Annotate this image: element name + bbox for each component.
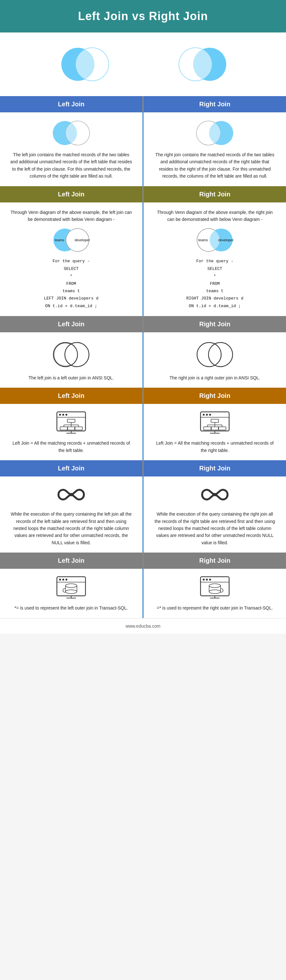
svg-point-67 (59, 579, 61, 581)
right-text-transact: =* is used to represent the right outer … (156, 605, 273, 611)
right-col-venn: Through Venn diagram of the above exampl… (144, 202, 286, 317)
developer-label-left: developer (75, 238, 90, 242)
small-left-venn (47, 119, 95, 147)
footer: www.educba.com (0, 618, 286, 634)
right-header-venn: Right Join (144, 186, 286, 202)
left-db-icon (55, 410, 87, 436)
left-col-transact: *= is used to represent the left outer j… (0, 569, 142, 618)
right-text-outer: The right join is a right outer join in … (169, 374, 260, 381)
svg-rect-77 (201, 577, 229, 596)
right-col-matching: Left Join = All the matching records + u… (144, 404, 286, 460)
section-execution-content: While the execution of the query contain… (0, 476, 286, 552)
left-header-description: Left Join (0, 96, 142, 112)
section-transact: Left Join Right Join *= is (0, 552, 286, 618)
teams-label-right: teams (198, 238, 208, 242)
svg-point-31 (59, 414, 61, 416)
svg-point-27 (54, 343, 77, 366)
teams-label-left: teams (55, 238, 64, 242)
section-description: Left Join Right Join The left join conta… (0, 96, 286, 186)
left-col-execution: While the execution of the query contain… (0, 476, 142, 552)
left-header-execution: Left Join (0, 460, 142, 476)
section-description-header: Left Join Right Join (0, 96, 286, 112)
right-header-transact: Right Join (144, 552, 286, 569)
svg-point-78 (203, 579, 205, 581)
svg-point-71 (65, 584, 77, 587)
left-text-description: The left join contains the matched recor… (9, 151, 133, 180)
right-col-description: The right join contains the matched reco… (144, 112, 286, 186)
section-matching-content: Left Join = All the matching records + u… (0, 404, 286, 460)
section-outer-content: The left join is a left outer join in AN… (0, 332, 286, 388)
right-header-matching: Right Join (144, 388, 286, 404)
svg-point-33 (65, 414, 67, 416)
left-header-matching: Left Join (0, 388, 142, 404)
svg-point-79 (206, 579, 208, 581)
svg-point-82 (209, 584, 221, 587)
section-venn-content: Through Venn diagram of the above exampl… (0, 202, 286, 317)
right-outer-venn (193, 339, 237, 371)
right-text-description: The right join contains the matched reco… (153, 151, 277, 180)
left-chain-icon (52, 483, 90, 507)
right-text-matching: Left Join = All the matching records + u… (153, 439, 277, 454)
right-col-execution: While the execution of the query contain… (144, 476, 286, 552)
svg-rect-46 (201, 412, 229, 431)
developer-label-right: developer (218, 238, 234, 242)
right-tsql-icon (199, 575, 231, 601)
left-header-outer: Left Join (0, 316, 142, 332)
right-col-transact: =* is used to represent the right outer … (144, 569, 286, 618)
svg-point-32 (62, 414, 64, 416)
page-title: Left Join vs Right Join (6, 10, 280, 23)
section-matching-header: Left Join Right Join (0, 388, 286, 404)
svg-point-24 (54, 342, 77, 367)
svg-rect-30 (57, 412, 85, 431)
svg-point-80 (209, 579, 211, 581)
left-col-venn: Through Venn diagram of the above exampl… (0, 202, 142, 317)
section-execution-header: Left Join Right Join (0, 460, 286, 476)
left-text-matching: Left Join = All the matching records + u… (9, 439, 133, 454)
svg-point-29 (209, 342, 232, 367)
footer-url: www.educba.com (125, 624, 161, 628)
left-sql-query: For the query - SELECT * FROM teams t LE… (44, 258, 98, 310)
svg-rect-42 (67, 427, 75, 430)
right-db-icon (199, 410, 231, 436)
svg-rect-35 (67, 419, 75, 422)
left-col-description: The left join contains the matched recor… (0, 112, 142, 186)
svg-point-48 (206, 414, 208, 416)
left-col-outer: The left join is a left outer join in AN… (0, 332, 142, 388)
right-text-execution: While the execution of the query contain… (153, 511, 277, 546)
svg-point-28 (197, 342, 221, 367)
left-text-transact: *= is used to represent the left outer j… (14, 605, 128, 611)
svg-rect-43 (75, 427, 82, 430)
left-col-matching: Left Join = All the matching records + u… (0, 404, 142, 460)
page-header: Left Join vs Right Join (0, 0, 286, 32)
right-col-outer: The right join is a right outer join in … (144, 332, 286, 388)
svg-point-69 (65, 579, 67, 581)
svg-rect-51 (211, 419, 219, 422)
right-venn-intro: Through Venn diagram of the above exampl… (153, 209, 277, 223)
section-venn-header: Left Join Right Join (0, 186, 286, 202)
left-tsql-icon (55, 575, 87, 601)
svg-rect-41 (60, 427, 68, 430)
right-chain-icon (196, 483, 234, 507)
svg-point-25 (65, 342, 89, 367)
top-venn-section (0, 32, 286, 96)
svg-point-47 (203, 414, 205, 416)
svg-rect-59 (218, 427, 226, 430)
left-labeled-venn: teams developer (44, 227, 98, 254)
left-outer-venn (49, 339, 93, 371)
top-right-venn (173, 45, 231, 83)
left-venn-intro: Through Venn diagram of the above exampl… (9, 209, 133, 223)
top-left-venn (55, 45, 113, 83)
right-header-execution: Right Join (144, 460, 286, 476)
svg-point-68 (62, 579, 64, 581)
section-transact-header: Left Join Right Join (0, 552, 286, 569)
right-header-outer: Right Join (144, 316, 286, 332)
section-outer: Left Join Right Join The left join is a … (0, 316, 286, 388)
left-text-outer: The left join is a left outer join in AN… (28, 374, 114, 381)
section-execution: Left Join Right Join While the execution… (0, 460, 286, 552)
right-sql-query: For the query - SELECT * FROM teams t RI… (186, 258, 243, 310)
svg-rect-66 (57, 577, 85, 596)
section-transact-content: *= is used to represent the left outer j… (0, 569, 286, 618)
right-labeled-venn: teams developer (188, 227, 242, 254)
section-outer-header: Left Join Right Join (0, 316, 286, 332)
svg-point-74 (65, 590, 77, 593)
